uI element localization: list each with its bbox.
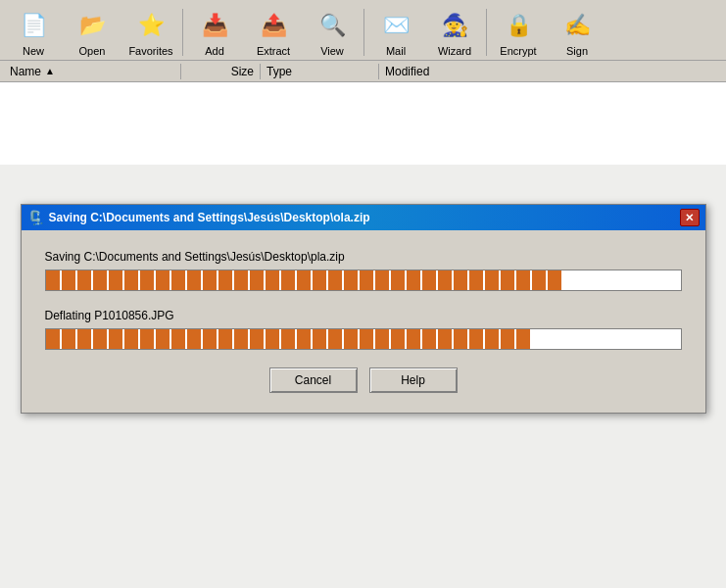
help-button[interactable]: Help [369,368,458,393]
sign-icon: ✍️ [559,8,595,43]
toolbar-mail-label: Mail [386,45,406,57]
toolbar-sign-label: Sign [566,45,588,57]
extract-icon: 📤 [256,8,291,43]
toolbar-view-label: View [320,45,344,57]
sort-arrow-name: ▲ [45,66,55,76]
toolbar-wizard-label: Wizard [438,45,471,57]
dialog-title-left: 🗜️ Saving C:\Documents and Settings\Jesú… [27,210,370,225]
cancel-button[interactable]: Cancel [269,368,358,393]
dialog-title-text: Saving C:\Documents and Settings\Jesús\D… [49,211,370,224]
new-icon: 📄 [16,8,51,43]
toolbar-favorites-label: Favorites [128,45,172,57]
toolbar-extract[interactable]: 📤 Extract [244,4,303,61]
deflating-file-label: Deflating P1010856.JPG [45,309,682,322]
toolbar-mail[interactable]: ✉️ Mail [366,4,425,61]
favorites-icon: ⭐ [133,8,169,43]
toolbar-encrypt[interactable]: 🔒 Encrypt [489,4,548,61]
toolbar-new-label: New [23,45,44,57]
progress-bar-1-fill [46,270,681,290]
toolbar-add-label: Add [205,45,224,57]
dialog-buttons: Cancel Help [45,368,682,393]
wizard-icon: 🧙 [437,8,472,43]
toolbar-open-label: Open [79,45,106,57]
dialog-body: Saving C:\Documents and Settings\Jesús\D… [22,230,705,413]
toolbar-extract-label: Extract [257,45,290,57]
toolbar-encrypt-label: Encrypt [500,45,536,57]
dialog-titlebar: 🗜️ Saving C:\Documents and Settings\Jesú… [22,205,705,230]
toolbar-view[interactable]: 🔍 View [303,4,362,61]
toolbar-add[interactable]: 📥 Add [185,4,244,61]
toolbar-separator-2 [363,9,364,56]
toolbar: 📄 New 📂 Open ⭐ Favorites 📥 Add 📤 Extract… [0,0,726,61]
progress-bar-2 [45,328,682,350]
toolbar-favorites[interactable]: ⭐ Favorites [121,4,180,61]
col-header-modified[interactable]: Modified [379,63,516,80]
col-header-type[interactable]: Type [261,63,378,80]
column-headers: Name ▲ Size Type Modified [0,61,726,82]
saving-dialog: 🗜️ Saving C:\Documents and Settings\Jesú… [21,204,706,414]
open-icon: 📂 [74,8,110,43]
main-area: 🗜️ Saving C:\Documents and Settings\Jesú… [0,82,726,588]
progress-bar-2-fill [46,329,681,349]
saving-file-label: Saving C:\Documents and Settings\Jesús\D… [45,250,682,264]
toolbar-separator-1 [182,9,183,56]
toolbar-separator-3 [486,9,487,56]
encrypt-icon: 🔒 [501,8,536,43]
toolbar-new[interactable]: 📄 New [4,4,63,61]
view-icon: 🔍 [315,8,350,43]
col-header-name[interactable]: Name ▲ [4,63,180,80]
toolbar-open[interactable]: 📂 Open [63,4,121,61]
add-icon: 📥 [197,8,232,43]
toolbar-wizard[interactable]: 🧙 Wizard [425,4,484,61]
mail-icon: ✉️ [378,8,413,43]
modal-overlay: 🗜️ Saving C:\Documents and Settings\Jesú… [0,165,726,588]
dialog-title-icon: 🗜️ [27,210,43,225]
progress-bar-1 [45,270,682,291]
toolbar-sign[interactable]: ✍️ Sign [548,4,606,61]
dialog-close-button[interactable]: ✕ [680,209,700,226]
col-header-size[interactable]: Size [181,63,260,80]
